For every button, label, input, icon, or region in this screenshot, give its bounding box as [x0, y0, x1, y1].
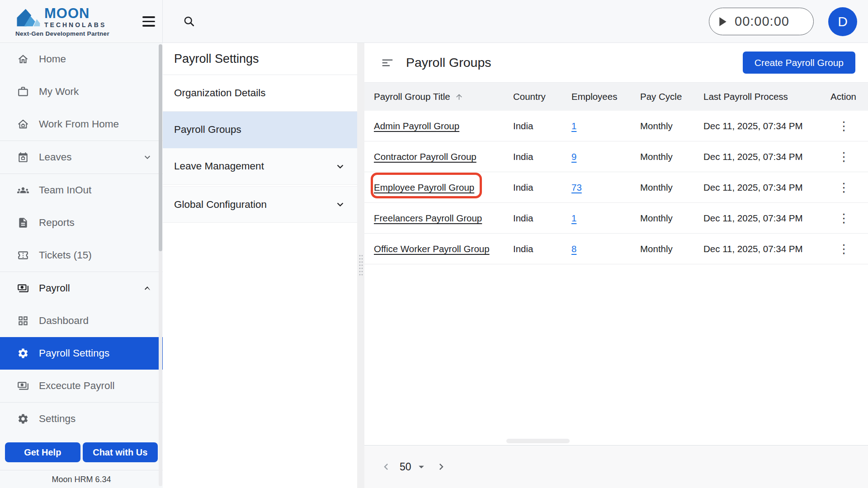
last-payroll-process-cell: Dec 11, 2025, 07:34 PM: [703, 244, 828, 254]
table-row: Employee Payroll Group India 73 Monthly …: [364, 172, 868, 203]
page-size-value: 50: [400, 461, 411, 473]
sidebar-item-leaves[interactable]: Leaves: [0, 141, 163, 174]
settings-item-label: Payroll Groups: [174, 124, 241, 136]
next-page-icon[interactable]: [435, 460, 448, 473]
sidebar-item-label: Reports: [39, 217, 75, 229]
create-payroll-group-button[interactable]: Create Payroll Group: [743, 52, 855, 74]
leave-calendar-icon: [17, 151, 29, 163]
sidebar-item-payroll-settings[interactable]: Payroll Settings: [0, 337, 163, 370]
panel-resize-handle[interactable]: [357, 43, 364, 488]
table-row: Contractor Payroll Group India 9 Monthly…: [364, 141, 868, 172]
search-icon[interactable]: [183, 15, 195, 28]
sidebar-item-reports[interactable]: Reports: [0, 206, 163, 239]
settings-item-leave-management[interactable]: Leave Management: [163, 148, 357, 185]
country-cell: India: [513, 121, 571, 131]
employees-count-link[interactable]: 1: [571, 213, 576, 223]
pay-cycle-cell: Monthly: [640, 213, 703, 224]
chevron-down-icon: [334, 198, 346, 211]
employees-count-link[interactable]: 8: [571, 244, 576, 254]
country-cell: India: [513, 213, 571, 224]
employees-count-link[interactable]: 1: [571, 121, 576, 131]
sidebar-item-label: Tickets (15): [39, 249, 92, 261]
payroll-money-icon: [17, 380, 29, 392]
payroll-groups-main: Payroll Groups Create Payroll Group Payr…: [364, 43, 868, 488]
payroll-group-link[interactable]: Contractor Payroll Group: [374, 151, 476, 162]
sidebar-item-label: Work From Home: [39, 118, 119, 130]
sidebar-item-label: My Work: [39, 86, 79, 98]
row-actions-kebab-icon[interactable]: ⋮: [838, 212, 850, 225]
pagination-bar: 50: [364, 445, 868, 488]
logo-block: MOON TECHNOLABS Next-Gen Development Par…: [0, 0, 163, 43]
topbar: MOON TECHNOLABS Next-Gen Development Par…: [0, 0, 868, 43]
row-actions-kebab-icon[interactable]: ⋮: [838, 182, 850, 194]
table-row: Admin Payroll Group India 1 Monthly Dec …: [364, 111, 868, 141]
row-actions-kebab-icon[interactable]: ⋮: [838, 120, 850, 132]
settings-item-label: Leave Management: [174, 160, 264, 172]
timer-play-icon[interactable]: [718, 17, 727, 27]
column-header-payroll-group-title[interactable]: Payroll Group Title: [374, 91, 513, 102]
sidebar-item-payroll[interactable]: Payroll: [0, 272, 163, 305]
user-avatar[interactable]: D: [828, 7, 857, 36]
app-version: Moon HRM 6.34: [0, 470, 163, 484]
ticket-icon: [17, 249, 29, 261]
sort-lines-icon[interactable]: [381, 56, 394, 70]
settings-item-payroll-groups[interactable]: Payroll Groups: [163, 112, 357, 148]
row-actions-kebab-icon[interactable]: ⋮: [838, 243, 850, 255]
sidebar-item-label: Excecute Payroll: [39, 380, 115, 392]
employees-count-link[interactable]: 73: [571, 182, 582, 192]
sidebar-item-execute-payroll[interactable]: Excecute Payroll: [0, 370, 163, 402]
settings-item-label: Global Configuration: [174, 199, 267, 211]
previous-page-icon[interactable]: [380, 460, 392, 473]
payroll-group-link[interactable]: Employee Payroll Group: [374, 182, 474, 192]
column-header-country[interactable]: Country: [513, 91, 571, 102]
menu-icon[interactable]: [142, 16, 155, 26]
sort-ascending-icon: [455, 93, 463, 101]
timer-widget[interactable]: 00:00:00: [709, 8, 814, 35]
gear-icon: [17, 413, 29, 425]
main-header: Payroll Groups Create Payroll Group: [364, 43, 868, 83]
payroll-group-link[interactable]: Admin Payroll Group: [374, 121, 459, 131]
sidebar-item-tickets[interactable]: Tickets (15): [0, 239, 163, 272]
payroll-group-link[interactable]: Office Worker Payroll Group: [374, 244, 490, 254]
sidebar-scrollbar[interactable]: [159, 44, 162, 486]
sidebar-item-label: Home: [39, 53, 66, 65]
sidebar-item-settings[interactable]: Settings: [0, 403, 163, 435]
sidebar-item-label: Leaves: [39, 151, 72, 163]
sidebar-item-team-inout[interactable]: Team InOut: [0, 174, 163, 206]
sidebar-item-home[interactable]: Home: [0, 43, 163, 75]
sidebar-item-work-from-home[interactable]: Work From Home: [0, 108, 163, 141]
column-header-pay-cycle[interactable]: Pay Cycle: [640, 91, 703, 102]
chevron-down-icon[interactable]: [142, 152, 153, 163]
pay-cycle-cell: Monthly: [640, 121, 703, 131]
employees-count-link[interactable]: 9: [571, 151, 576, 162]
sidebar-item-label: Settings: [39, 413, 75, 425]
chevron-up-icon[interactable]: [142, 283, 153, 294]
chat-with-us-button[interactable]: Chat with Us: [83, 442, 158, 462]
gear-icon: [17, 347, 29, 359]
sidebar-item-label: Payroll Settings: [39, 347, 109, 359]
table-header: Payroll Group Title Country Employees Pa…: [364, 83, 868, 111]
settings-item-global-configuration[interactable]: Global Configuration: [163, 186, 357, 223]
column-header-employees[interactable]: Employees: [571, 91, 640, 102]
page-size-select[interactable]: 50: [400, 460, 428, 473]
pay-cycle-cell: Monthly: [640, 244, 703, 254]
country-cell: India: [513, 151, 571, 162]
get-help-button[interactable]: Get Help: [5, 442, 80, 462]
last-payroll-process-cell: Dec 11, 2025, 07:34 PM: [703, 182, 828, 193]
sidebar-item-my-work[interactable]: My Work: [0, 75, 163, 108]
row-actions-kebab-icon[interactable]: ⋮: [838, 151, 850, 163]
payroll-group-link[interactable]: Freelancers Payroll Group: [374, 213, 482, 223]
sidebar-item-dashboard[interactable]: Dashboard: [0, 305, 163, 337]
sidebar-scrollbar-thumb[interactable]: [159, 44, 162, 251]
settings-panel-title: Payroll Settings: [163, 43, 357, 75]
column-header-last-payroll-process[interactable]: Last Payroll Process: [703, 91, 828, 102]
country-cell: India: [513, 244, 571, 254]
payroll-money-icon: [17, 282, 29, 294]
pay-cycle-cell: Monthly: [640, 182, 703, 193]
table-row: Office Worker Payroll Group India 8 Mont…: [364, 234, 868, 264]
timer-value: 00:00:00: [735, 14, 789, 29]
settings-item-organization-details[interactable]: Organization Details: [163, 75, 357, 112]
horizontal-scrollbar-thumb[interactable]: [506, 439, 570, 443]
pay-cycle-cell: Monthly: [640, 151, 703, 162]
avatar-initial: D: [838, 14, 848, 29]
